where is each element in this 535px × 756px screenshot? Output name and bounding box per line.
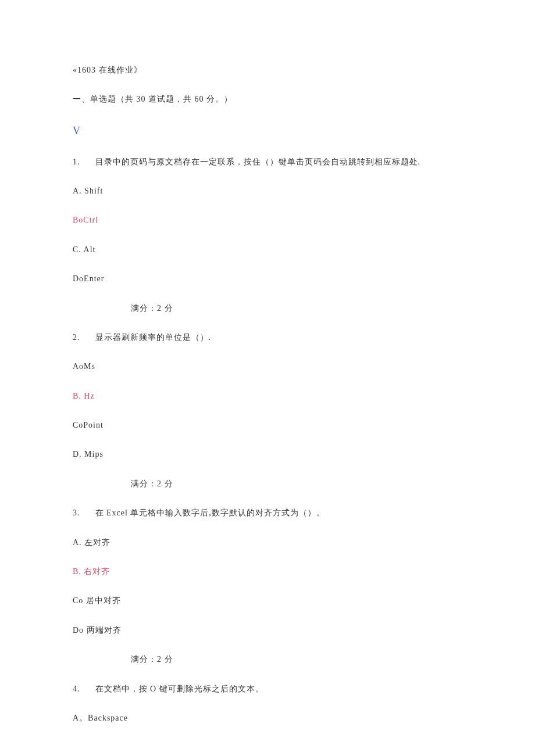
symbol-v: V bbox=[73, 123, 462, 139]
question-text: 显示器刷新频率的单位是（）. bbox=[95, 333, 212, 342]
doc-title: «1603 在线作业》 bbox=[73, 64, 462, 77]
question-number: 2. bbox=[73, 331, 80, 344]
option: CoPoint bbox=[73, 419, 462, 432]
score-line: 满分：2 分 bbox=[131, 302, 462, 315]
question-line: 4.在文档中，按 O 键可删除光标之后的文本。 bbox=[73, 683, 462, 696]
question-number: 4. bbox=[73, 683, 80, 696]
question-line: 2.显示器刷新频率的单位是（）. bbox=[73, 331, 462, 344]
option: Co 居中对齐 bbox=[73, 594, 462, 607]
question-line: 1.目录中的页码与原文档存在一定联系，按住（）键单击页码会自动跳转到相应标题处. bbox=[73, 156, 462, 169]
option-correct: B. Hz bbox=[73, 390, 462, 403]
question-text: 目录中的页码与原文档存在一定联系，按住（）键单击页码会自动跳转到相应标题处. bbox=[95, 157, 421, 166]
option: C. Alt bbox=[73, 243, 462, 256]
question-text: 在文档中，按 O 键可删除光标之后的文本。 bbox=[95, 685, 264, 693]
question-number: 1. bbox=[73, 156, 80, 169]
option: A. Shift bbox=[73, 185, 462, 198]
section-heading: 一、单选题（共 30 道试题，共 60 分。） bbox=[73, 93, 462, 106]
option: A。Backspace bbox=[73, 712, 462, 725]
questions-container: 1.目录中的页码与原文档存在一定联系，按住（）键单击页码会自动跳转到相应标题处.… bbox=[73, 156, 462, 725]
score-line: 满分：2 分 bbox=[131, 478, 462, 490]
option: Do 两端对齐 bbox=[73, 624, 462, 637]
question-line: 3.在 Excel 单元格中输入数字后,数字默认的对齐方式为（）。 bbox=[73, 507, 462, 519]
question-text: 在 Excel 单元格中输入数字后,数字默认的对齐方式为（）。 bbox=[95, 508, 325, 517]
question-number: 3. bbox=[73, 507, 80, 519]
option: D. Mips bbox=[73, 448, 462, 461]
score-line: 满分：2 分 bbox=[131, 653, 462, 666]
option-correct: BoCtrl bbox=[73, 214, 462, 227]
option: DoEnter bbox=[73, 273, 462, 285]
option: A. 左对齐 bbox=[73, 536, 462, 549]
option: AoMs bbox=[73, 360, 462, 373]
option-correct: B. 右对齐 bbox=[73, 565, 462, 578]
